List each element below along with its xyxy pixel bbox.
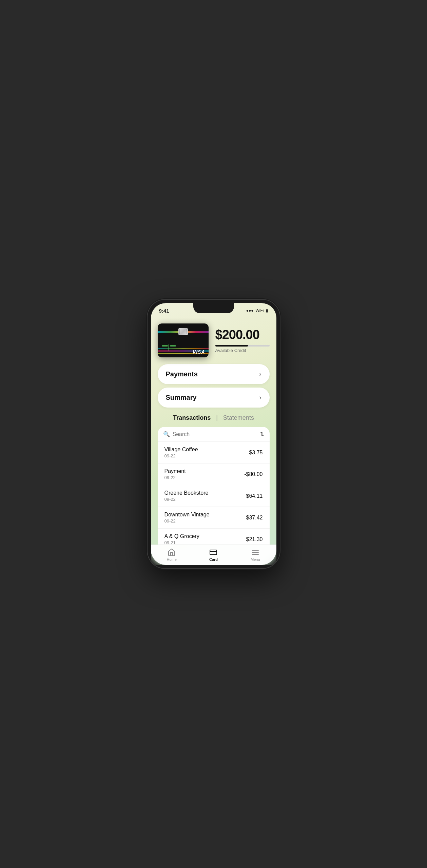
summary-button[interactable]: Summary › <box>158 388 270 408</box>
transaction-date: 09-22 <box>164 453 198 458</box>
credit-bar <box>215 345 270 347</box>
search-bar: 🔍 ⇅ <box>158 427 270 442</box>
action-buttons: Payments › Summary › <box>158 364 270 408</box>
transaction-info: Greene Bookstore 09-22 <box>164 490 209 502</box>
menu-nav-label: Menu <box>251 557 260 561</box>
card-dot-1 <box>162 345 168 347</box>
table-row[interactable]: Greene Bookstore 09-22 $64.11 <box>158 485 270 507</box>
table-row[interactable]: Village Coffee 09-22 $3.75 <box>158 442 270 463</box>
credit-label: Available Credit <box>215 348 270 353</box>
transaction-name: Downtown Vintage <box>164 512 210 518</box>
notch <box>193 303 234 313</box>
home-icon <box>168 548 176 556</box>
available-credit-amount: $200.00 <box>215 328 270 342</box>
search-input[interactable] <box>173 431 257 437</box>
transaction-name: Payment <box>164 468 186 474</box>
payments-chevron-icon: › <box>259 371 261 378</box>
status-time: 9:41 <box>159 308 169 314</box>
nav-item-card[interactable]: Card <box>193 548 234 561</box>
table-row[interactable]: Downtown Vintage 09-22 $37.42 <box>158 507 270 529</box>
transaction-info: Village Coffee 09-22 <box>164 447 198 458</box>
summary-label: Summary <box>166 394 197 401</box>
transactions-container: 🔍 ⇅ Village Coffee 09-22 $3.75 Payment 0 <box>158 427 270 545</box>
table-row[interactable]: A & Q Grocery 09-21 $21.30 <box>158 529 270 545</box>
transaction-amount: $3.75 <box>249 450 263 456</box>
wifi-icon: WiFi <box>256 308 264 313</box>
transaction-info: A & Q Grocery 09-21 <box>164 533 199 545</box>
phone-shell: 9:41 ●●● WiFi ▮ <box>148 300 280 568</box>
card-nav-label: Card <box>209 557 218 561</box>
transaction-amount: $37.42 <box>246 515 263 521</box>
transaction-amount: $21.30 <box>246 536 263 542</box>
status-icons: ●●● WiFi ▮ <box>246 308 268 313</box>
transaction-date: 09-22 <box>164 518 210 524</box>
transaction-date: 09-22 <box>164 497 209 502</box>
search-icon: 🔍 <box>163 431 170 437</box>
credit-bar-fill <box>215 345 248 347</box>
transaction-info: Downtown Vintage 09-22 <box>164 512 210 524</box>
card-icon <box>209 548 217 556</box>
battery-icon: ▮ <box>266 308 268 313</box>
table-row[interactable]: Payment 09-22 -$80.00 <box>158 463 270 485</box>
card-chip <box>178 328 188 335</box>
credit-info: $200.00 Available Credit <box>215 328 270 353</box>
summary-chevron-icon: › <box>259 394 261 401</box>
nav-item-home[interactable]: Home <box>151 548 193 561</box>
transaction-amount: $64.11 <box>246 493 263 499</box>
bottom-nav: Home Card Menu <box>151 545 276 565</box>
transaction-date: 09-22 <box>164 475 186 480</box>
transaction-name: A & Q Grocery <box>164 533 199 539</box>
payments-label: Payments <box>166 370 198 378</box>
tabs: Transactions | Statements <box>158 413 270 423</box>
payments-button[interactable]: Payments › <box>158 364 270 384</box>
transaction-amount: -$80.00 <box>244 471 263 477</box>
card-section: VISA $200.00 Available Credit <box>158 318 270 364</box>
menu-icon <box>251 548 259 556</box>
card-visa-logo: VISA <box>193 349 205 355</box>
content-area: VISA $200.00 Available Credit Payments <box>151 318 276 545</box>
sort-icon[interactable]: ⇅ <box>260 431 264 437</box>
card-dot-2 <box>170 345 176 347</box>
tab-statements[interactable]: Statements <box>223 413 254 423</box>
signal-icon: ●●● <box>246 308 254 313</box>
card-number-dots <box>162 345 176 347</box>
transaction-info: Payment 09-22 <box>164 468 186 480</box>
transaction-name: Greene Bookstore <box>164 490 209 496</box>
transaction-date: 09-21 <box>164 540 199 545</box>
tab-divider: | <box>216 414 218 421</box>
transaction-name: Village Coffee <box>164 447 198 453</box>
phone-screen: 9:41 ●●● WiFi ▮ <box>151 303 276 565</box>
svg-rect-0 <box>210 550 217 555</box>
tab-transactions[interactable]: Transactions <box>173 413 211 423</box>
nav-item-menu[interactable]: Menu <box>234 548 276 561</box>
home-nav-label: Home <box>167 557 176 561</box>
credit-card-image: VISA <box>158 323 209 357</box>
credit-bar-container <box>215 345 270 347</box>
